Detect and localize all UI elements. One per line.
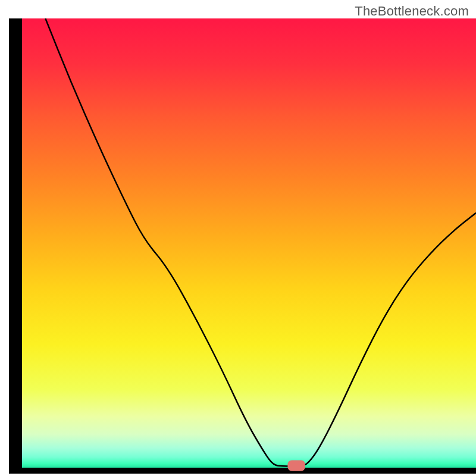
bottleneck-chart: TheBottleneck.com	[0, 0, 476, 476]
valley-marker	[287, 461, 305, 471]
chart-svg	[0, 0, 476, 476]
plot-background	[15, 18, 476, 471]
watermark-text: TheBottleneck.com	[355, 4, 469, 19]
